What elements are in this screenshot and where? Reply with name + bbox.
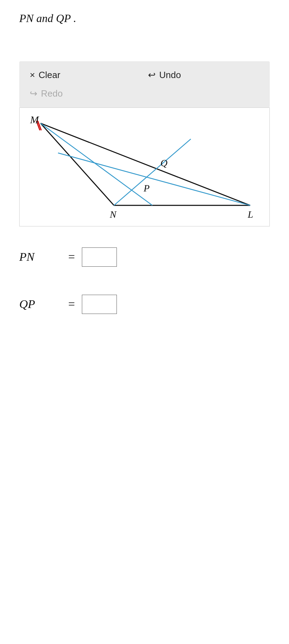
svg-text:P: P [143, 183, 150, 194]
svg-text:Q: Q [160, 158, 167, 168]
qp-answer-row: QP = [19, 295, 270, 314]
svg-text:L: L [247, 209, 253, 220]
svg-text:N: N [110, 209, 117, 220]
undo-label: Undo [159, 70, 181, 80]
drawing-toolbar: × Clear ↩ Undo ↪ Redo [19, 61, 270, 107]
qp-label: QP [56, 12, 71, 24]
and-text: and [34, 12, 56, 24]
svg-line-5 [114, 139, 191, 205]
qp-input[interactable] [82, 295, 117, 314]
pn-input[interactable] [82, 247, 117, 267]
qp-answer-label: QP [19, 298, 61, 311]
undo-button[interactable]: ↩ Undo [144, 68, 263, 83]
undo-icon: ↩ [148, 70, 156, 80]
pn-answer-row: PN = [19, 247, 270, 267]
pn-label: PN [19, 12, 34, 24]
clear-label: Clear [38, 70, 60, 80]
svg-text:M: M [30, 114, 40, 125]
svg-line-7 [41, 123, 153, 205]
pn-equals: = [68, 250, 75, 264]
pn-answer-label: PN [19, 250, 61, 264]
redo-button[interactable]: ↪ Redo [26, 86, 144, 101]
svg-line-2 [41, 123, 114, 205]
clear-button[interactable]: × Clear [26, 68, 144, 83]
clear-icon: × [30, 70, 35, 80]
period-text: . [71, 12, 76, 24]
geometry-diagram: M Q P N L [19, 107, 270, 226]
qp-equals: = [68, 298, 75, 311]
redo-icon: ↪ [30, 88, 37, 99]
problem-text: PN and QP . [0, 0, 289, 33]
svg-line-6 [58, 153, 250, 205]
answer-section: PN = QP = [0, 226, 289, 314]
redo-label: Redo [41, 88, 63, 99]
